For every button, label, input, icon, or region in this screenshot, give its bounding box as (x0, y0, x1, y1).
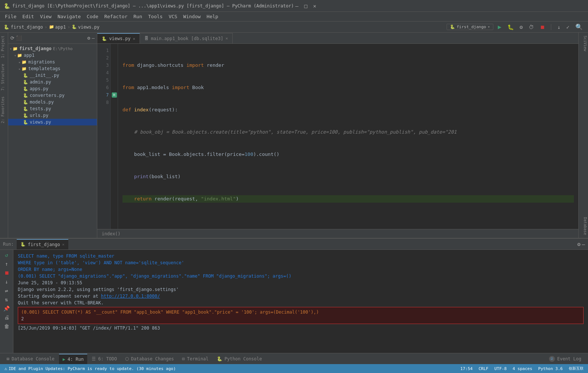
print-btn[interactable]: 🖨 (4, 314, 9, 320)
gutter: H (111, 44, 118, 229)
event-log-label: Event Log (557, 356, 581, 361)
scroll-down-btn[interactable]: ↓ (5, 279, 8, 285)
navbar: 🐍 first_django › 📁 app1 › 🐍 views.py 🐍 f… (0, 22, 588, 33)
tab-db-close[interactable]: ✕ (226, 36, 228, 41)
menu-vcs[interactable]: VCS (166, 13, 180, 20)
output-line-9: [25/Jun/2019 09:14:03] "GET /index/ HTTP… (18, 325, 584, 331)
status-encoding[interactable]: UTF-8 (494, 366, 507, 371)
menu-view[interactable]: View (37, 13, 55, 20)
todo-label: 6: TODO (98, 356, 117, 361)
status-indent[interactable]: 4 spaces (513, 366, 532, 371)
search-everywhere-btn[interactable]: 🔍 (574, 23, 584, 31)
collapse-all-btn[interactable]: ⬛ (16, 35, 22, 41)
warning-icon: ⚠ (4, 366, 7, 371)
file-tree: ▾ 📁 first_django E:\Pytho ▾ 📁 app1 ▸ (8, 44, 97, 238)
sidebar-hide-btn[interactable]: — (92, 35, 95, 41)
tab-views-close[interactable]: ✕ (133, 36, 135, 41)
tab-views[interactable]: 🐍 views.py ✕ (97, 33, 140, 43)
run-tab-close[interactable]: ✕ (62, 242, 65, 246)
code-line-3: def index(request): (122, 106, 574, 114)
status-linesep[interactable]: CRLF (478, 366, 489, 371)
tree-item-tests[interactable]: 🐍 tests.py (8, 105, 97, 112)
menu-tools[interactable]: Tools (145, 13, 166, 20)
tree-item-admin[interactable]: 🐍 admin.py (8, 79, 97, 85)
tab-python-console[interactable]: 🐍 Python Console (213, 354, 266, 364)
menu-help[interactable]: Help (204, 13, 221, 20)
clear-btn[interactable]: 🗑 (4, 323, 9, 329)
stop-btn[interactable]: ⏹ (538, 23, 546, 31)
tree-item-apps[interactable]: 🐍 apps.py (8, 85, 97, 92)
tab-event-log[interactable]: ② Event Log (545, 354, 585, 364)
pin-btn[interactable]: 📌 (3, 305, 10, 311)
tab-terminal[interactable]: ⊡ Terminal (179, 354, 212, 364)
soft-wrap-btn[interactable]: ⇌ (5, 288, 8, 294)
project-panel-label[interactable]: 1: Project (0, 33, 8, 61)
tree-item-app1[interactable]: ▾ 📁 app1 (8, 52, 97, 59)
output-line-2: WHERE type in ('table', 'view') AND NOT … (18, 259, 584, 266)
sidebar-settings-btn[interactable]: ⚙ (87, 35, 90, 41)
minimize-button[interactable]: — (294, 3, 300, 9)
tree-item-urls[interactable]: 🐍 urls.py (8, 112, 97, 119)
output-line-5: June 25, 2019 - 09:13:55 (18, 279, 584, 286)
sciview-label[interactable]: SciView (579, 33, 588, 54)
db-right-sidebar: SciView Database (578, 33, 588, 238)
breadcrumb-bar: index() (97, 229, 578, 238)
tab-views-label: views.py (109, 36, 131, 41)
profile-btn[interactable]: ⏱ (527, 23, 535, 31)
tree-item-templatetags[interactable]: ▸ 📁 templatetags (8, 65, 97, 72)
nav-project[interactable]: first_django (11, 24, 43, 30)
scroll-up-btn[interactable]: ↑ (5, 261, 8, 267)
run-collapse-btn[interactable]: — (582, 241, 585, 247)
database-label[interactable]: Database (579, 214, 588, 238)
tree-item-converters[interactable]: 🐍 converters.py (8, 92, 97, 99)
tab-db[interactable]: 🗄 main.app1_book [db.sqlite3] ✕ (140, 33, 233, 43)
commit-btn[interactable]: ✓ (565, 23, 571, 31)
run-panel: Run: 🐍 first_django ✕ ⚙ — ↺ ↑ ⏹ ↓ (0, 238, 588, 353)
db-changes-label: Database Changes (131, 356, 174, 361)
status-time: 17:54 (460, 366, 473, 371)
menu-navigate[interactable]: Navigate (55, 13, 84, 20)
menu-code[interactable]: Code (84, 13, 101, 20)
tab-database-console[interactable]: ⊞ Database Console (3, 354, 58, 364)
code-line-8 (122, 217, 574, 225)
sort-btn[interactable]: ⇅ (5, 297, 8, 302)
run-settings-btn[interactable]: ⚙ (577, 241, 580, 247)
menu-edit[interactable]: Edit (19, 13, 37, 20)
code-editor[interactable]: 1 2 3 4 5 6 7 8 (97, 44, 578, 229)
maximize-button[interactable]: □ (303, 3, 309, 9)
menu-run[interactable]: Run (131, 13, 145, 20)
tab-todo[interactable]: ☰ 6: TODO (88, 354, 121, 364)
run-output: SELECT name, type FROM sqlite_master WHE… (13, 250, 588, 353)
menu-file[interactable]: File (2, 13, 19, 20)
vcs-update-btn[interactable]: ↓ (556, 23, 562, 31)
tree-item-migrations[interactable]: ▸ 📁 migrations (8, 59, 97, 65)
menu-window[interactable]: Window (180, 13, 204, 20)
project-sidebar: ⟳ ⬛ ⚙ — ▾ 📁 first_django E:\Pytho ▾ (8, 33, 97, 238)
tree-item-init[interactable]: 🐍 __init__.py (8, 72, 97, 79)
structure-label[interactable]: 7: Structure (0, 61, 8, 94)
tree-item-views[interactable]: 🐍 views.py (8, 119, 97, 125)
run-tab-first_django[interactable]: 🐍 first_django ✕ (17, 239, 68, 249)
menu-refactor[interactable]: Refactor (101, 13, 131, 20)
server-url-link[interactable]: http://127.0.0.1:8000/ (101, 294, 160, 299)
python-console-icon: 🐍 (217, 356, 222, 361)
tree-item-first_django[interactable]: ▾ 📁 first_django E:\Pytho (8, 45, 97, 52)
close-button[interactable]: ✕ (312, 3, 318, 9)
todo-icon: ☰ (92, 356, 96, 361)
coverage-btn[interactable]: ⚙ (518, 23, 524, 31)
restart-btn[interactable]: ↺ (5, 252, 8, 258)
status-message: IDE and Plugin Updates: PyCharm is ready… (9, 366, 176, 371)
code-content[interactable]: from django.shortcuts import render from… (118, 44, 578, 229)
run-btn[interactable]: ▶ (496, 23, 503, 31)
favorites-label[interactable]: 2: Favorites (0, 94, 8, 126)
nav-project-icon: 🐍 (4, 24, 9, 30)
output-line-8: Quit the server with CTRL-BREAK. (18, 300, 584, 306)
tab-run[interactable]: ▶ 4: Run (59, 354, 88, 364)
status-python[interactable]: Python 3.6 (538, 366, 563, 371)
bottom-toolbar: ⊞ Database Console ▶ 4: Run ☰ 6: TODO ⬡ … (0, 353, 588, 364)
tree-item-models[interactable]: 🐍 models.py (8, 99, 97, 105)
debug-btn[interactable]: 🐛 (506, 23, 515, 31)
tab-db-changes[interactable]: ⬡ Database Changes (121, 354, 178, 364)
stop-run-btn[interactable]: ⏹ (4, 270, 9, 276)
sync-btn[interactable]: ⟳ (10, 35, 14, 41)
